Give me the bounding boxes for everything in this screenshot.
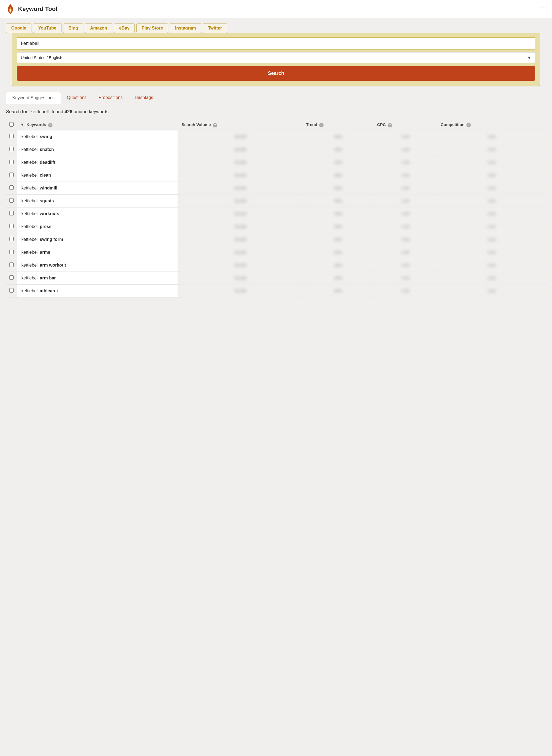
volume-cell: 00,000: [178, 156, 303, 169]
cpc-cell: 0.00: [374, 182, 437, 195]
row-checkbox[interactable]: [9, 237, 14, 241]
row-checkbox[interactable]: [9, 173, 14, 177]
keyword-cell: kettlebell arm bar: [17, 272, 178, 285]
cpc-cell: 0.00: [374, 285, 437, 298]
volume-cell: 00,000: [178, 272, 303, 285]
competition-cell: 0.00: [437, 259, 546, 272]
locale-select[interactable]: United States / English ▼: [17, 52, 535, 63]
trend-info-icon[interactable]: ?: [319, 123, 323, 127]
volume-cell: 00,000: [178, 195, 303, 208]
keyword-suffix: arm workout: [40, 263, 66, 267]
row-checkbox[interactable]: [9, 147, 14, 151]
nav-tab-playstore[interactable]: Play Store: [136, 23, 168, 33]
keyword-prefix: kettlebell: [21, 289, 40, 293]
nav-tab-youtube[interactable]: YouTube: [33, 23, 61, 33]
keyword-suffix: arm bar: [40, 276, 56, 280]
competition-info-icon[interactable]: ?: [466, 123, 471, 127]
cpc-cell: 0.00: [374, 246, 437, 259]
row-checkbox-cell: [6, 169, 17, 182]
table-row: kettlebell clean00,00000%0.000.00: [6, 169, 546, 182]
trend-cell: 00%: [303, 285, 374, 298]
row-checkbox[interactable]: [9, 250, 14, 254]
table-row: kettlebell athlean x00,00000%0.000.00: [6, 285, 546, 298]
volume-cell: 00,000: [178, 169, 303, 182]
table-header-row: ▼ Keywords ? Search Volume ? Trend ? CPC…: [6, 119, 546, 130]
row-checkbox[interactable]: [9, 160, 14, 164]
search-input[interactable]: [21, 41, 531, 46]
keyword-cell: kettlebell windmill: [17, 182, 178, 195]
tab-hashtags[interactable]: Hashtags: [129, 92, 159, 104]
row-checkbox-cell: [6, 143, 17, 156]
th-cpc: CPC ?: [374, 119, 437, 130]
hamburger-line-2: [539, 9, 546, 9]
row-checkbox[interactable]: [9, 275, 14, 280]
nav-tab-google[interactable]: Google: [6, 23, 31, 33]
th-competition: Competition ?: [437, 119, 546, 130]
keyword-cell: kettlebell snatch: [17, 143, 178, 156]
keyword-cell: kettlebell workouts: [17, 208, 178, 220]
keyword-cell: kettlebell deadlift: [17, 156, 178, 169]
row-checkbox[interactable]: [9, 134, 14, 138]
volume-cell: 00,000: [178, 208, 303, 220]
keyword-suffix: athlean x: [40, 289, 59, 293]
cpc-cell: 0.00: [374, 195, 437, 208]
row-checkbox[interactable]: [9, 262, 14, 267]
trend-cell: 00%: [303, 182, 374, 195]
row-checkbox[interactable]: [9, 288, 14, 293]
trend-cell: 00%: [303, 272, 374, 285]
row-checkbox-cell: [6, 156, 17, 169]
cpc-cell: 0.00: [374, 130, 437, 143]
row-checkbox[interactable]: [9, 185, 14, 190]
header: Keyword Tool: [0, 0, 552, 18]
cpc-info-icon[interactable]: ?: [388, 123, 392, 127]
row-checkbox[interactable]: [9, 198, 14, 203]
trend-cell: 00%: [303, 208, 374, 220]
competition-cell: 0.00: [437, 208, 546, 220]
menu-button[interactable]: [539, 7, 546, 11]
trend-cell: 00%: [303, 130, 374, 143]
th-checkbox: [6, 119, 17, 130]
keywords-table: ▼ Keywords ? Search Volume ? Trend ? CPC…: [6, 119, 546, 298]
cpc-cell: 0.00: [374, 220, 437, 233]
table-row: kettlebell arms00,00000%0.000.00: [6, 246, 546, 259]
keyword-cell: kettlebell arms: [17, 246, 178, 259]
keyword-suffix: workouts: [40, 211, 59, 216]
trend-cell: 00%: [303, 195, 374, 208]
cpc-cell: 0.00: [374, 143, 437, 156]
volume-info-icon[interactable]: ?: [213, 123, 217, 127]
row-checkbox[interactable]: [9, 224, 14, 228]
row-checkbox[interactable]: [9, 211, 14, 215]
search-button[interactable]: Search: [17, 66, 535, 81]
tab-prepositions[interactable]: Prepositions: [93, 92, 129, 104]
select-all-checkbox[interactable]: [9, 122, 14, 127]
tab-questions[interactable]: Questions: [61, 92, 93, 104]
keyword-prefix: kettlebell: [21, 224, 40, 229]
nav-tab-ebay[interactable]: eBay: [114, 23, 135, 33]
tab-keyword-suggestions[interactable]: Keyword Suggestions: [6, 92, 61, 104]
results-summary: Search for "kettlebell" found 426 unique…: [6, 109, 546, 115]
row-checkbox-cell: [6, 208, 17, 220]
keyword-cell: kettlebell athlean x: [17, 285, 178, 298]
keywords-info-icon[interactable]: ?: [48, 123, 52, 127]
keyword-suffix: windmill: [40, 186, 57, 190]
volume-cell: 00,000: [178, 143, 303, 156]
search-input-wrapper[interactable]: [17, 37, 535, 49]
nav-tab-bing[interactable]: Bing: [63, 23, 83, 33]
keyword-prefix: kettlebell: [21, 263, 40, 267]
volume-cell: 00,000: [178, 220, 303, 233]
table-row: kettlebell arm bar00,00000%0.000.00: [6, 272, 546, 285]
keyword-prefix: kettlebell: [21, 250, 40, 254]
nav-tab-instagram[interactable]: Instagram: [170, 23, 201, 33]
competition-cell: 0.00: [437, 156, 546, 169]
nav-tab-amazon[interactable]: Amazon: [85, 23, 112, 33]
results-count: 426: [64, 109, 72, 114]
keyword-suffix: deadlift: [40, 160, 55, 165]
competition-cell: 0.00: [437, 195, 546, 208]
table-row: kettlebell press00,00000%0.000.00: [6, 220, 546, 233]
nav-tab-twitter[interactable]: Twitter: [203, 23, 227, 33]
keyword-cell: kettlebell arm workout: [17, 259, 178, 272]
sort-icon: ▼: [20, 122, 24, 127]
sub-tabs: Keyword Suggestions Questions Prepositio…: [6, 92, 546, 104]
trend-cell: 00%: [303, 143, 374, 156]
keyword-prefix: kettlebell: [21, 211, 40, 216]
